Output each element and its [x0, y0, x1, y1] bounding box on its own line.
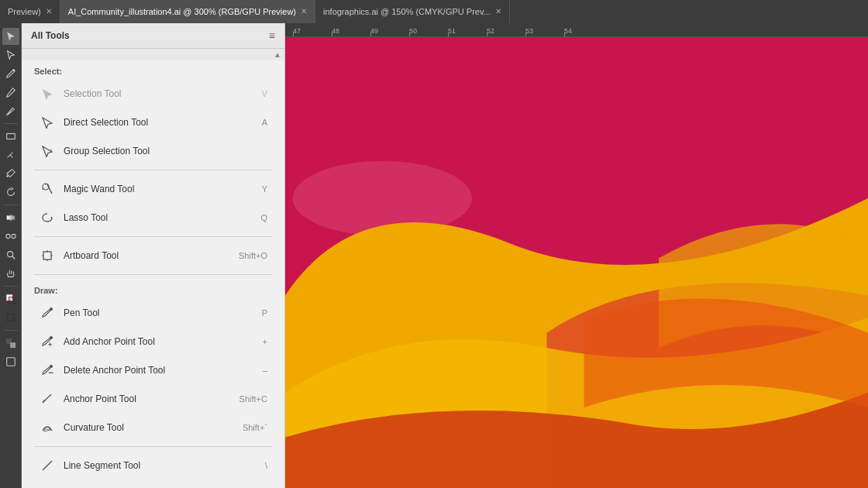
curvature-tool-icon [39, 419, 56, 436]
tool-item-anchor-point[interactable]: Anchor Point Tool Shift+C [26, 385, 280, 413]
ruler-marks: 47 48 49 50 51 52 53 54 [285, 27, 603, 35]
tab-illustration-label: AI_Community_illustration4.ai @ 300% (RG… [68, 7, 296, 16]
magic-wand-shortcut: Y [262, 184, 267, 194]
toolbar-pen-tool[interactable] [2, 65, 19, 82]
tool-item-magic-wand[interactable]: Magic Wand Tool Y [26, 175, 280, 203]
tool-item-direct-selection[interactable]: Direct Selection Tool A [26, 108, 280, 136]
panel-title: All Tools [31, 30, 70, 41]
tool-item-group-selection[interactable]: + Group Selection Tool [26, 137, 280, 165]
svg-text:+: + [48, 341, 52, 348]
tab-illustration[interactable]: AI_Community_illustration4.ai @ 300% (RG… [60, 0, 315, 23]
left-toolbar [0, 23, 22, 488]
svg-rect-14 [6, 358, 15, 366]
svg-rect-13 [10, 342, 16, 348]
panel-scroll-area[interactable]: Select: Selection Tool V Direct Selectio… [22, 60, 284, 488]
toolbar-separator-1 [4, 123, 18, 124]
toolbar-hand-tool[interactable] [2, 265, 19, 282]
toolbar-direct-selection-tool[interactable] [2, 46, 19, 64]
tool-item-pen[interactable]: Pen Tool P [26, 299, 280, 327]
tab-infographics[interactable]: infographics.ai @ 150% (CMYK/GPU Prev...… [315, 0, 510, 23]
tab-preview-label: Preview) [8, 7, 41, 16]
line-segment-tool-icon [39, 457, 56, 474]
svg-rect-20 [43, 252, 51, 259]
tab-infographics-close[interactable]: ✕ [495, 8, 501, 15]
main-area: All Tools ≡ ▲ Select: Selection Tool V [0, 23, 868, 488]
svg-point-0 [12, 69, 15, 71]
toolbar-pencil-tool[interactable] [2, 84, 19, 101]
toolbar-eraser-tool[interactable] [2, 146, 19, 163]
scroll-up-button[interactable]: ▲ [274, 50, 281, 59]
svg-point-32 [293, 161, 472, 235]
artboard-tool-icon [39, 247, 56, 264]
ruler-mark-49: 49 [370, 27, 409, 35]
svg-point-25 [50, 308, 53, 311]
divider-2 [34, 236, 272, 237]
tool-item-lasso[interactable]: Lasso Tool Q [26, 204, 280, 232]
toolbar-fill-color[interactable] [2, 290, 19, 308]
canvas-area: 47 48 49 50 51 52 53 54 [285, 23, 868, 488]
direct-selection-tool-icon [39, 114, 56, 131]
add-anchor-shortcut: + [263, 337, 267, 346]
svg-text:−: − [48, 367, 53, 376]
ruler-mark-54: 54 [564, 27, 603, 35]
pen-shortcut: P [262, 308, 267, 318]
section-select-label: Select: [22, 60, 284, 79]
tool-item-selection[interactable]: Selection Tool V [26, 80, 280, 108]
toolbar-screen-mode[interactable] [2, 353, 19, 370]
group-selection-tool-icon: + [39, 143, 56, 160]
tab-bar: Preview) ✕ AI_Community_illustration4.ai… [0, 0, 868, 23]
ruler-mark-48: 48 [332, 27, 370, 35]
tab-illustration-close[interactable]: ✕ [301, 8, 307, 15]
panel-header: All Tools ≡ [22, 23, 284, 49]
group-selection-tool-name: Group Selection Tool [64, 146, 261, 156]
tab-preview-close[interactable]: ✕ [46, 8, 52, 15]
panel-menu-icon[interactable]: ≡ [269, 29, 275, 42]
toolbar-color-mode[interactable] [2, 335, 19, 352]
divider-3 [34, 274, 272, 275]
tool-item-artboard[interactable]: Artboard Tool Shift+O [26, 242, 280, 270]
illustration-svg [285, 37, 868, 488]
curvature-tool-name: Curvature Tool [64, 422, 236, 433]
toolbar-separator-2 [4, 204, 18, 205]
delete-anchor-tool-icon: − [39, 362, 56, 379]
selection-tool-name: Selection Tool [64, 88, 256, 99]
toolbar-gradient-tool[interactable] [2, 209, 19, 226]
line-segment-tool-name: Line Segment Tool [64, 460, 259, 471]
tool-item-add-anchor[interactable]: + Add Anchor Point Tool + [26, 328, 280, 356]
delete-anchor-tool-name: Delete Anchor Point Tool [64, 365, 257, 376]
svg-point-5 [11, 234, 15, 238]
toolbar-blend-tool[interactable] [2, 228, 19, 245]
tools-panel: All Tools ≡ ▲ Select: Selection Tool V [22, 23, 285, 488]
divider-4 [34, 446, 272, 447]
tab-preview[interactable]: Preview) ✕ [0, 0, 60, 23]
toolbar-selection-tool[interactable] [2, 28, 19, 45]
anchor-point-tool-name: Anchor Point Tool [64, 393, 233, 404]
add-anchor-tool-icon: + [39, 333, 56, 350]
ruler-mark-51: 51 [448, 27, 487, 35]
direct-selection-shortcut: A [262, 118, 267, 127]
toolbar-brush-tool[interactable] [2, 102, 19, 119]
tool-item-arc[interactable]: Arc Tool [26, 480, 280, 488]
toolbar-rectangle-tool[interactable] [2, 128, 19, 145]
tool-item-line-segment[interactable]: Line Segment Tool \ [26, 452, 280, 479]
anchor-point-shortcut: Shift+C [239, 394, 267, 404]
toolbar-zoom-tool[interactable] [2, 246, 19, 263]
toolbar-separator-3 [4, 286, 18, 287]
scroll-indicator: ▲ [22, 49, 284, 60]
magic-wand-tool-name: Magic Wand Tool [64, 184, 256, 194]
tool-item-curvature[interactable]: Curvature Tool Shift+` [26, 414, 280, 442]
svg-text:+: + [49, 147, 53, 154]
toolbar-eyedropper-tool[interactable] [2, 165, 19, 182]
lasso-shortcut: Q [260, 213, 267, 222]
lasso-tool-name: Lasso Tool [64, 212, 254, 223]
tool-item-delete-anchor[interactable]: − Delete Anchor Point Tool – [26, 356, 280, 384]
delete-anchor-shortcut: – [263, 366, 267, 375]
toolbar-rotate-tool[interactable] [2, 184, 19, 201]
svg-point-4 [5, 234, 9, 238]
lasso-tool-icon [39, 209, 56, 226]
toolbar-stroke-color[interactable] [2, 309, 19, 326]
svg-point-26 [50, 336, 53, 339]
artboard [285, 37, 868, 488]
artboard-tool-name: Artboard Tool [64, 250, 232, 261]
curvature-shortcut: Shift+` [243, 423, 267, 432]
